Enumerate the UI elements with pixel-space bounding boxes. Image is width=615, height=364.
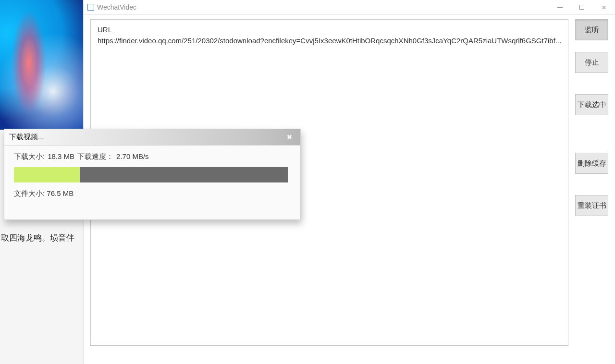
maximize-button[interactable] <box>571 0 593 15</box>
window-controls <box>549 0 615 15</box>
dialog-body: 下载大小: 18.3 MB 下载速度： 2.70 MB/s 文件大小: 76.5… <box>4 146 300 203</box>
window-title: WechatVidec <box>97 3 136 11</box>
reinstall-cert-button[interactable]: 重装证书 <box>575 195 608 216</box>
dialog-title-bar[interactable]: 下载视频... <box>4 129 300 146</box>
background-text: 取四海龙鸣。埙音伴 <box>0 230 83 246</box>
dialog-close-button[interactable] <box>283 132 295 143</box>
progress-bar <box>14 167 288 182</box>
minimize-button[interactable] <box>549 0 571 15</box>
app-icon <box>87 4 94 11</box>
background-artwork <box>0 0 83 130</box>
minimize-icon <box>557 7 563 8</box>
url-column-header: URL <box>98 25 561 34</box>
file-size-value: 76.5 MB <box>47 189 74 197</box>
url-entry[interactable]: https://finder.video.qq.com/251/20302/st… <box>98 36 561 45</box>
download-size-value: 18.3 MB <box>48 152 74 161</box>
download-dialog: 下载视频... 下载大小: 18.3 MB 下载速度： 2.70 MB/s 文件… <box>4 129 301 220</box>
download-speed-label: 下载速度： <box>77 152 113 161</box>
download-size-label: 下载大小: <box>14 152 45 161</box>
close-icon <box>602 3 606 11</box>
progress-fill <box>14 167 80 182</box>
file-size-label: 文件大小: <box>14 189 45 197</box>
maximize-icon <box>579 5 584 10</box>
dialog-title: 下载视频... <box>9 133 44 142</box>
button-column: 监听 停止 下载选中 删除缓存 重装证书 <box>575 19 608 345</box>
download-stats-row: 下载大小: 18.3 MB 下载速度： 2.70 MB/s <box>14 152 291 161</box>
file-size-row: 文件大小: 76.5 MB <box>14 189 291 198</box>
close-button[interactable] <box>593 0 615 15</box>
title-bar[interactable]: WechatVidec <box>84 0 615 15</box>
clear-cache-button[interactable]: 删除缓存 <box>575 153 608 174</box>
download-speed-value: 2.70 MB/s <box>116 152 149 161</box>
download-selected-button[interactable]: 下载选中 <box>575 94 608 115</box>
stop-button[interactable]: 停止 <box>575 52 608 73</box>
listen-button[interactable]: 监听 <box>575 19 608 40</box>
